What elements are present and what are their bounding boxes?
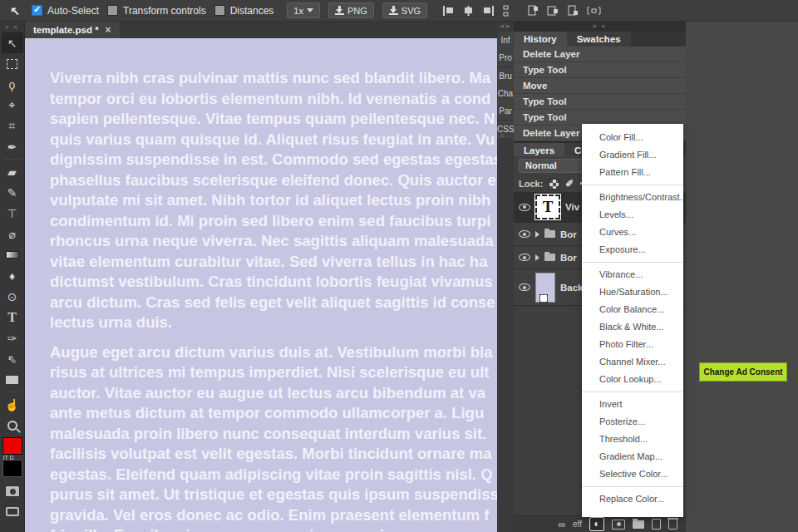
menu-item-curves[interactable]: Curves...	[582, 224, 683, 241]
zoom-tool[interactable]	[2, 415, 23, 436]
history-item[interactable]: Move	[514, 78, 686, 94]
menu-item-pattern-fill[interactable]: Pattern Fill...	[582, 164, 683, 181]
new-adjustment-layer-button[interactable]: ◐	[589, 517, 604, 531]
distribute-vertical-icon[interactable]	[502, 5, 510, 17]
crop-tool[interactable]: ⌗	[2, 116, 23, 136]
document-canvas[interactable]: Viverra nibh cras pulvinar mattis nunc s…	[25, 38, 497, 532]
pen-tool[interactable]: ✑	[2, 328, 23, 348]
menu-item-vibrance[interactable]: Vibrance...	[582, 266, 683, 283]
lock-paint-icon[interactable]: ✐	[565, 178, 574, 190]
lasso-tool[interactable]: ϙ	[2, 74, 23, 95]
menu-item-brightness-contrast[interactable]: Brightness/Contrast...	[582, 189, 683, 206]
menu-item-photo-filter[interactable]: Photo Filter...	[582, 336, 683, 353]
hand-tool[interactable]: ☝	[2, 394, 23, 415]
menu-item-levels[interactable]: Levels...	[582, 206, 683, 224]
expand-triangle-icon[interactable]	[535, 231, 539, 238]
align-center-icon[interactable]	[462, 5, 475, 17]
dock-tab-info[interactable]: Inf	[497, 32, 514, 49]
history-eraser-tool[interactable]: ⌀	[2, 224, 23, 244]
marquee-tool[interactable]	[2, 53, 23, 74]
expand-triangle-icon[interactable]	[535, 254, 539, 261]
gradient-tool[interactable]	[2, 244, 23, 265]
close-icon[interactable]: ×	[106, 24, 111, 36]
visibility-eye-icon[interactable]	[519, 283, 530, 291]
dock-tab-paragraph[interactable]: Par	[497, 102, 514, 120]
tab-layers[interactable]: Layers	[514, 143, 564, 156]
new-group-icon[interactable]	[633, 520, 644, 529]
type-tool[interactable]: T	[2, 307, 23, 328]
clone-stamp-tool[interactable]: ⊤	[2, 203, 23, 224]
panel-collapse-handle[interactable]: > <	[514, 22, 686, 32]
text-line: vulputate mi sit amet. Nibh tortor id al…	[50, 190, 497, 211]
lock-transparency-icon[interactable]	[549, 179, 559, 190]
rectangle-tool[interactable]	[2, 369, 23, 390]
export-png-button[interactable]: PNG	[328, 2, 374, 18]
align-top-icon[interactable]	[527, 5, 539, 17]
menu-item-channel-mixer[interactable]: Channel Mixer...	[582, 353, 683, 371]
menu-item-exposure[interactable]: Exposure...	[582, 241, 683, 259]
foreground-color-swatch[interactable]	[2, 437, 22, 455]
checkbox-checked-icon[interactable]	[32, 5, 42, 16]
dock-collapse-handle[interactable]: <>	[497, 22, 514, 32]
menu-item-selective-color[interactable]: Selective Color...	[582, 466, 683, 483]
eyedropper-tool[interactable]: ✒	[2, 136, 23, 157]
align-right-icon[interactable]	[482, 5, 495, 17]
layer-effects-button[interactable]: eff	[573, 520, 582, 529]
menu-item-gradient-fill[interactable]: Gradient Fill...	[582, 146, 683, 164]
quick-mask-button[interactable]	[2, 480, 23, 501]
tab-swatches[interactable]: Swatches	[567, 32, 631, 47]
change-ad-consent-button[interactable]: Change Ad Consent	[699, 362, 787, 382]
move-tool[interactable]: ↖	[2, 32, 23, 53]
history-item[interactable]: Type Tool	[514, 62, 686, 78]
menu-item-black-white[interactable]: Black & White...	[582, 318, 683, 336]
transform-controls-label: Transform controls	[123, 5, 206, 17]
brush-tool[interactable]: ✎	[2, 182, 23, 203]
delete-layer-icon[interactable]	[668, 520, 677, 530]
align-bottom-icon[interactable]	[567, 5, 579, 17]
checkbox-unchecked-icon[interactable]	[107, 5, 118, 16]
menu-item-posterize[interactable]: Posterize...	[582, 413, 683, 431]
background-layer-thumbnail[interactable]	[535, 273, 555, 303]
download-icon	[335, 6, 344, 15]
quick-selection-tool[interactable]: ⌖	[2, 95, 23, 116]
direct-selection-tool[interactable]: ⇖	[2, 348, 23, 369]
history-item[interactable]: Type Tool	[514, 94, 686, 110]
distribute-horizontal-icon[interactable]	[587, 6, 601, 16]
menu-item-color-fill[interactable]: Color Fill...	[582, 129, 683, 146]
history-item[interactable]: Delete Layer	[514, 47, 686, 62]
dock-tab-properties[interactable]: Pro	[497, 49, 514, 66]
tab-history[interactable]: History	[514, 32, 567, 47]
menu-item-hue-saturation[interactable]: Hue/Saturation...	[582, 283, 683, 301]
visibility-eye-icon[interactable]	[519, 254, 530, 261]
auto-select-checkbox[interactable]: Auto-Select	[32, 5, 99, 17]
dock-tab-brushes[interactable]: Bru	[497, 67, 514, 85]
menu-item-threshold[interactable]: Threshold...	[582, 431, 683, 448]
menu-item-invert[interactable]: Invert	[582, 396, 683, 413]
visibility-eye-icon[interactable]	[519, 204, 530, 211]
menu-item-color-balance[interactable]: Color Balance...	[582, 301, 683, 318]
transform-controls-checkbox[interactable]: Transform controls	[107, 5, 206, 17]
menu-item-gradient-map[interactable]: Gradient Map...	[582, 448, 683, 466]
new-layer-icon[interactable]	[652, 519, 661, 530]
dodge-tool[interactable]: ⊙	[2, 286, 23, 307]
link-layers-icon[interactable]: ∞	[559, 520, 566, 530]
tools-collapse-handle[interactable]: > <	[5, 23, 20, 32]
export-svg-button[interactable]: SVG	[382, 2, 427, 18]
background-color-swatch[interactable]	[2, 460, 22, 477]
align-middle-icon[interactable]	[547, 5, 559, 17]
screen-mode-button[interactable]	[2, 501, 23, 522]
distances-checkbox[interactable]: Distances	[214, 5, 274, 17]
dock-tab-channels[interactable]: Cha	[497, 85, 514, 102]
align-left-icon[interactable]	[442, 5, 455, 17]
menu-item-replace-color[interactable]: Replace Color...	[582, 490, 683, 508]
document-tab[interactable]: template.psd * ×	[25, 22, 120, 38]
checkbox-unchecked-icon[interactable]	[214, 5, 225, 16]
menu-item-color-lookup[interactable]: Color Lookup...	[582, 371, 683, 388]
blur-tool[interactable]: ♦	[2, 265, 23, 286]
eraser-tool[interactable]: ▰	[2, 161, 23, 182]
add-layer-mask-icon[interactable]	[612, 520, 625, 530]
zoom-factor-select[interactable]: 1x	[287, 2, 320, 18]
history-panel-tabs: History Swatches	[514, 32, 686, 47]
text-layer-thumbnail[interactable]: T	[535, 195, 560, 219]
visibility-eye-icon[interactable]	[519, 230, 530, 238]
